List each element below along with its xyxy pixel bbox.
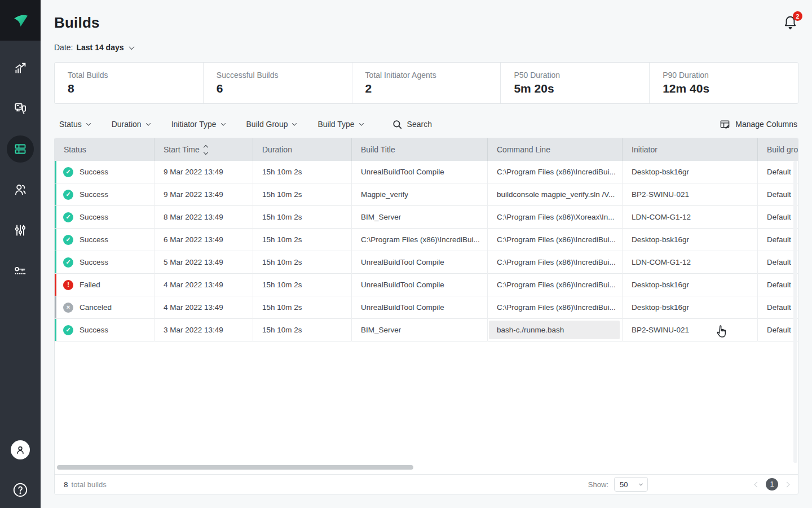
cell-status: ! Failed [55, 274, 155, 296]
stat-p90-duration: P90 Duration 12m 40s [649, 63, 798, 103]
filter-initiator-type[interactable]: Initiator Type [171, 120, 225, 129]
stat-p50-duration: P50 Duration 5m 20s [500, 63, 649, 103]
sidebar [0, 0, 41, 508]
notifications-button[interactable]: 2 [783, 14, 798, 31]
cell-initiator: LDN-COM-G1-12 [632, 213, 691, 221]
cell-initiator: Desktop-bsk16gr [632, 303, 689, 312]
status-icon: × [63, 303, 73, 313]
chevron-down-icon [145, 121, 150, 125]
manage-columns-icon [720, 119, 730, 130]
table-row[interactable]: ! Failed 4 Mar 2022 13:49 15h 10m 2s Unr… [55, 274, 798, 296]
status-label: Success [80, 235, 108, 244]
sidebar-item-license[interactable] [0, 251, 41, 291]
sidebar-item-agents[interactable] [0, 88, 41, 129]
cell-initiator: BP2-SWINU-021 [632, 190, 689, 199]
horizontal-scrollbar-thumb[interactable] [57, 465, 413, 470]
builds-page: Builds 2 Date: Last 14 days Total Builds… [0, 0, 812, 508]
cell-build-title: BIM_Server [361, 213, 401, 221]
sidebar-bottom [0, 440, 41, 499]
column-header-command-line[interactable]: Command Line [488, 138, 623, 161]
sort-icon[interactable] [204, 146, 208, 154]
status-icon: ✓ [63, 212, 73, 222]
status-icon: ! [63, 280, 73, 290]
page-size-select[interactable]: 50 [614, 477, 648, 492]
cell-duration: 15h 10m 2s [262, 303, 302, 312]
column-header-start-time[interactable]: Start Time [155, 138, 253, 161]
cell-build-title: Magpie_verify [361, 190, 408, 199]
column-header-build-title[interactable]: Build Title [352, 138, 488, 161]
settings-sliders-icon [13, 223, 28, 238]
manage-columns-button[interactable]: Manage Columns [720, 119, 798, 130]
pagination: 1 [755, 478, 789, 491]
cell-build-title: C:\Program Files (x86)\IncrediBui... [361, 235, 480, 244]
stats-card: Total Builds 8 Successful Builds 6 Total… [54, 62, 798, 104]
stat-total-builds: Total Builds 8 [55, 63, 203, 103]
cell-initiator: LDN-COM-G1-12 [632, 258, 691, 266]
chevron-down-icon [292, 121, 297, 125]
cell-build-title: UnrealBuildTool Compile [361, 168, 444, 176]
app-logo[interactable] [0, 0, 41, 41]
table-row[interactable]: ✓ Success 5 Mar 2022 13:49 15h 10m 2s Un… [55, 251, 798, 274]
search-button[interactable]: Search [392, 120, 432, 129]
sidebar-item-users[interactable] [0, 169, 41, 210]
cell-build-title: UnrealBuildTool Compile [361, 303, 444, 312]
cell-start-time: 5 Mar 2022 13:49 [164, 258, 223, 266]
sidebar-nav [0, 47, 41, 291]
filter-duration[interactable]: Duration [112, 120, 150, 129]
page-size-group: Show: 50 [588, 477, 648, 492]
table-row[interactable]: ✓ Success 8 Mar 2022 13:49 15h 10m 2s BI… [55, 206, 798, 229]
builds-table: Status Start Time Duration Build Title C… [54, 138, 798, 494]
filter-build-group[interactable]: Build Group [246, 120, 297, 129]
sidebar-item-builds[interactable] [0, 129, 41, 169]
date-filter-value: Last 14 days [76, 43, 123, 52]
table-row[interactable]: × Canceled 4 Mar 2022 13:49 15h 10m 2s U… [55, 296, 798, 319]
total-builds-count: 8 [64, 480, 68, 489]
show-label: Show: [588, 480, 608, 489]
column-header-status[interactable]: Status [55, 138, 155, 161]
table-row[interactable]: ✓ Success 6 Mar 2022 13:49 15h 10m 2s C:… [55, 229, 798, 251]
cell-initiator: Desktop-bsk16gr [632, 235, 689, 244]
status-icon: ✓ [63, 325, 73, 335]
current-page-button[interactable]: 1 [766, 478, 778, 491]
user-avatar[interactable] [11, 440, 30, 459]
status-icon: ✓ [63, 235, 73, 245]
builds-icon [14, 142, 27, 156]
table-row[interactable]: ✓ Success 9 Mar 2022 13:49 15h 10m 2s Un… [55, 161, 798, 183]
cell-start-time: 4 Mar 2022 13:49 [164, 281, 223, 289]
previous-page-button[interactable] [754, 481, 760, 487]
column-header-initiator[interactable]: Initiator [623, 138, 758, 161]
date-filter-label: Date: [54, 43, 73, 52]
column-header-build-group[interactable]: Build group [758, 138, 798, 161]
cell-status: ✓ Success [55, 206, 155, 229]
next-page-button[interactable] [784, 481, 790, 487]
cell-command-line[interactable]: bash-c./runme.bash [489, 321, 620, 339]
column-header-duration[interactable]: Duration [253, 138, 352, 161]
cell-duration: 15h 10m 2s [262, 213, 302, 221]
date-filter[interactable]: Date: Last 14 days [54, 42, 134, 53]
stat-total-initiator-agents: Total Initiator Agents 2 [352, 63, 501, 103]
users-icon [13, 182, 28, 197]
sidebar-item-analytics[interactable] [0, 47, 41, 88]
cell-start-time: 8 Mar 2022 13:49 [164, 213, 223, 221]
cell-initiator: Desktop-bsk16gr [632, 281, 689, 289]
sidebar-item-settings[interactable] [0, 210, 41, 251]
table-row[interactable]: ✓ Success 9 Mar 2022 13:49 15h 10m 2s Ma… [55, 183, 798, 206]
avatar-icon [15, 444, 26, 456]
cell-build-group: Default [767, 258, 791, 266]
chevron-down-icon [129, 44, 134, 50]
filter-build-type[interactable]: Build Type [317, 120, 363, 129]
active-item-highlight [7, 135, 34, 163]
cell-status: × Canceled [55, 296, 155, 319]
main-content: Builds 2 Date: Last 14 days Total Builds… [41, 0, 812, 508]
filter-status[interactable]: Status [59, 120, 90, 129]
status-label: Canceled [80, 303, 112, 312]
status-icon: ✓ [63, 167, 73, 177]
table-footer: 8 total builds Show: 50 1 [55, 474, 798, 494]
table-row[interactable]: ✓ Success 3 Mar 2022 13:49 15h 10m 2s BI… [55, 319, 798, 341]
cell-build-group: Default [767, 235, 791, 244]
total-builds-label: total builds [72, 480, 107, 489]
status-label: Success [80, 326, 108, 334]
cell-duration: 15h 10m 2s [262, 190, 302, 199]
help-button[interactable] [11, 481, 29, 499]
status-label: Success [80, 258, 108, 266]
